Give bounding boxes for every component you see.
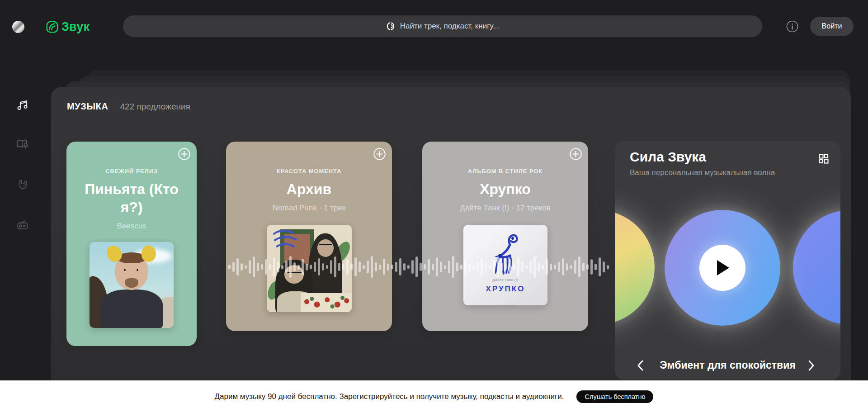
album-cover-hrupko: Дайте танк (!) ХРУПКО [463,225,547,305]
cover-artist-label: Дайте танк (!) [463,278,547,282]
wave-panel-subtitle: Ваша персональная музыкальная волна [630,168,775,177]
info-button[interactable] [786,20,798,33]
card-artist: Beescus [66,222,197,231]
app-menu-sphere-icon[interactable] [12,21,24,33]
cover-deer-figurine [484,231,527,278]
search-icon [386,22,395,31]
radio-icon [16,219,29,232]
cover-figure-jacket [100,290,163,328]
card-eyebrow: СВЕЖИЙ РЕЛИЗ [66,168,197,175]
listen-free-label: Слушать бесплатно [585,393,645,400]
add-to-collection-button[interactable] [570,148,582,160]
login-button[interactable]: Войти [810,17,854,36]
card-artist: Дайте Танк (!) · 12 треков [422,204,588,213]
zvuk-logo-icon [46,21,58,33]
sidebar-item-kids[interactable] [16,178,29,191]
chevron-right-icon [805,359,817,372]
section-header: МУЗЫКА 422 предложения [67,101,190,112]
zvuk-logo[interactable]: Звук [46,20,90,34]
wave-panel-title: Сила Звука [630,149,706,165]
play-icon [714,258,731,277]
login-label: Войти [822,22,842,30]
album-cover-arhiv [267,225,352,312]
sidebar-item-radio[interactable] [16,219,29,232]
release-card-arhiv[interactable]: КРАСОТА МОМЕНТА Архив Nomad Punk · 1 тре… [226,142,392,331]
search-input[interactable]: Найти трек, подкаст, книгу... [123,15,762,37]
music-note-icon [16,99,29,111]
play-button[interactable] [699,245,745,291]
promo-text: Дарим музыку 90 дней бесплатно. Зарегист… [215,392,564,401]
card-title: Хрупко [422,180,588,198]
release-card-pinata[interactable]: СВЕЖИЙ РЕЛИЗ Пиньята (Кто я?) Beescus [66,142,197,346]
search-placeholder: Найти трек, подкаст, книгу... [400,22,500,31]
card-title: Пиньята (Кто я?) [66,180,197,216]
station-circle-next[interactable] [793,210,840,325]
stations-grid-button[interactable] [819,154,829,164]
sound-wave-panel[interactable]: Сила Звука Ваша персональная музыкальная… [615,141,840,380]
cover-beard [125,278,138,288]
sidebar-item-audiobooks[interactable] [16,138,29,150]
cover-flower-strip [301,293,352,312]
promo-banner: Дарим музыку 90 дней бесплатно. Зарегист… [0,380,868,413]
top-bar: Звук Найти трек, подкаст, книгу... Войти [0,0,868,43]
info-icon [786,20,798,33]
cover-face [317,239,334,257]
station-switcher: Эмбиент для спокойствия [615,358,840,373]
cover-scribble [270,228,302,256]
section-count: 422 предложения [120,102,190,112]
station-circle-previous[interactable] [615,210,655,325]
add-to-collection-button[interactable] [178,148,190,160]
plus-icon [570,148,582,160]
rock-hand-icon [16,178,29,191]
logo-wordmark: Звук [61,20,90,34]
cover-glasses [319,244,332,247]
release-card-hrupko[interactable]: АЛЬБОМ В СТИЛЕ РОК Хрупко Дайте Танк (!)… [422,142,588,331]
app-window: Звук Найти трек, подкаст, книгу... Войти [0,0,868,413]
sidebar-item-music[interactable] [16,99,29,111]
plus-icon [178,148,190,160]
card-eyebrow: КРАСОТА МОМЕНТА [226,168,392,175]
grid-icon [819,154,829,164]
cover-title-label: ХРУПКО [463,285,547,294]
add-to-collection-button[interactable] [373,148,386,160]
cover-glasses [287,272,302,275]
listen-free-button[interactable]: Слушать бесплатно [576,390,653,403]
album-cover-pinata [90,242,174,328]
plus-icon [373,148,386,160]
card-artist: Nomad Punk · 1 трек [226,204,392,213]
card-title: Архив [226,180,392,198]
music-showcase-panel: МУЗЫКА 422 предложения СВЕЖИЙ РЕЛИЗ Пинь… [51,87,851,413]
section-title: МУЗЫКА [67,101,108,112]
card-eyebrow: АЛЬБОМ В СТИЛЕ РОК [422,168,588,175]
audiobook-icon [16,138,29,150]
next-station-button[interactable] [805,359,817,372]
